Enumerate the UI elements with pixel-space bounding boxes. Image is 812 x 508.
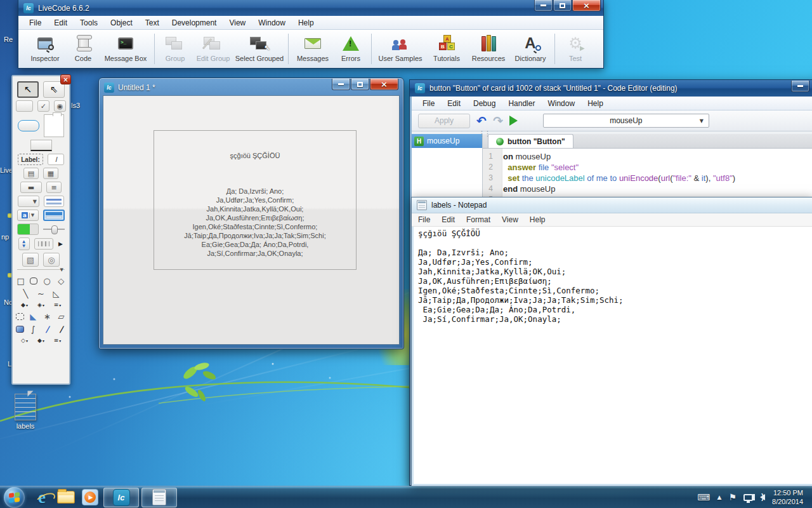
desktop-icon-label-partial[interactable]: np: [1, 233, 9, 241]
menu-item-window[interactable]: Window: [542, 98, 580, 109]
toolbar-code[interactable]: Code: [67, 32, 100, 62]
progress-bar-tool[interactable]: [17, 224, 39, 235]
undo-icon[interactable]: ↶: [476, 115, 487, 127]
desktop-icon-label-partial[interactable]: Re: [4, 36, 13, 43]
main-title-bar[interactable]: lc LiveCode 6.6.2 ×: [18, 0, 603, 16]
pencil-tool[interactable]: /: [43, 324, 52, 334]
table-field-tool[interactable]: ▦: [43, 168, 58, 179]
desktop-icon-label-partial[interactable]: ls3: [71, 102, 80, 109]
checkbox-tool[interactable]: ✓: [37, 100, 49, 112]
minimize-button[interactable]: [791, 81, 809, 92]
stroke-dropdown-tool[interactable]: ◆▾: [35, 337, 47, 344]
rect-button-tool[interactable]: [30, 140, 52, 151]
stepper-tool[interactable]: ▲▼: [18, 237, 30, 250]
minimize-button[interactable]: [332, 79, 350, 90]
network-tray-icon[interactable]: [743, 494, 753, 501]
show-hidden-icons-button[interactable]: ▲: [717, 494, 722, 500]
fill-dropdown-tool[interactable]: ◇▾: [18, 337, 30, 344]
toolbar-message-box[interactable]: Message Box: [101, 32, 150, 62]
tab-button-button[interactable]: button "Button": [488, 134, 573, 148]
menu-item-help[interactable]: Help: [582, 98, 609, 109]
handler-dropdown[interactable]: mouseUp ▼: [543, 114, 709, 128]
oval-tool[interactable]: ○: [42, 276, 51, 286]
rectangle-tool[interactable]: □: [16, 276, 25, 286]
toolbar-select-grouped[interactable]: ↖Select Grouped: [235, 32, 284, 62]
menu-item-handler[interactable]: Handler: [502, 98, 540, 109]
toolbar-dictionary[interactable]: ADictionary: [510, 32, 551, 62]
notepad-title-bar[interactable]: labels - Notepad: [412, 197, 812, 213]
tab-panel-tool[interactable]: [34, 238, 53, 250]
taskbar-notepad-active[interactable]: [141, 488, 177, 507]
graphic-tool[interactable]: ▧: [22, 253, 39, 267]
gradient-rect-tool[interactable]: [16, 326, 24, 333]
option-menu-tool[interactable]: ▼: [18, 196, 39, 207]
toolbar-group[interactable]: Group: [159, 32, 192, 62]
menu-item-file[interactable]: File: [413, 214, 435, 225]
freehand-tool[interactable]: ∫: [29, 324, 38, 334]
run-icon[interactable]: [509, 116, 518, 126]
spray-can-tool[interactable]: ∗: [43, 311, 52, 321]
ink-dropdown-tool[interactable]: ◈▾: [35, 301, 47, 309]
menu-item-object[interactable]: Object: [105, 17, 138, 29]
taskbar-internet-explorer[interactable]: e: [30, 487, 54, 508]
menu-item-view[interactable]: View: [223, 17, 251, 29]
select-area-tool[interactable]: [16, 313, 24, 320]
curve-tool[interactable]: ~: [36, 288, 46, 298]
redo-icon[interactable]: ↷: [493, 115, 503, 127]
menu-item-view[interactable]: View: [497, 214, 523, 225]
menu-item-window[interactable]: Window: [252, 17, 291, 29]
taskbar-media-player[interactable]: ▶: [78, 487, 102, 508]
taskbar-explorer[interactable]: [54, 487, 78, 508]
pulldown-menu-tool[interactable]: [44, 196, 64, 207]
start-button[interactable]: [4, 487, 25, 508]
button-tool[interactable]: [16, 100, 33, 112]
toolbar-tutorials[interactable]: ABCTutorials: [426, 32, 467, 62]
volume-tray-icon[interactable]: [760, 494, 765, 500]
action-center-flag-icon[interactable]: ⚑: [729, 492, 737, 502]
combo-box-tool[interactable]: a▼: [17, 210, 39, 221]
toolbar-messages[interactable]: Messages: [292, 32, 333, 62]
scrollbar-tool[interactable]: [43, 210, 65, 221]
radio-button-tool[interactable]: ◉: [54, 100, 66, 112]
scrollbar-field-tool[interactable]: ▬: [20, 182, 42, 193]
menu-item-format[interactable]: Format: [461, 214, 495, 225]
bucket-fill-tool[interactable]: ◣: [29, 311, 38, 321]
menu-item-tools[interactable]: Tools: [74, 17, 103, 29]
menu-item-text[interactable]: Text: [140, 17, 165, 29]
minimize-button[interactable]: [534, 0, 553, 11]
list-field-tool[interactable]: ≡: [46, 182, 62, 193]
pencil-dropdown-tool[interactable]: ◆▾: [18, 301, 30, 309]
rounded-button-tool[interactable]: [18, 120, 39, 131]
palette-close-button[interactable]: ×: [60, 74, 71, 84]
menu-item-development[interactable]: Development: [166, 17, 223, 29]
line-tool[interactable]: ╲: [20, 288, 31, 298]
close-button[interactable]: ×: [572, 0, 601, 11]
notepad-text-area[interactable]: şçğıöü ŞÇĞİÖÜ Да; Da,Izvrši; Ano; Ja,Udf…: [412, 227, 812, 326]
menu-item-file[interactable]: File: [417, 98, 440, 109]
toolbar-user-samples[interactable]: User Samples: [376, 32, 425, 62]
entry-field-tool[interactable]: I: [48, 154, 64, 165]
palette-section-divider[interactable]: [17, 269, 65, 272]
eraser-tool[interactable]: ▱: [56, 311, 66, 321]
slider-tool[interactable]: [43, 224, 65, 235]
taskbar-clock[interactable]: 12:50 PM 8/20/2014: [772, 488, 806, 506]
toolbar-inspector[interactable]: Inspector: [25, 32, 65, 62]
menu-item-edit[interactable]: Edit: [442, 98, 466, 109]
polygon-tool[interactable]: ◺: [51, 288, 62, 298]
menu-item-edit[interactable]: Edit: [48, 17, 73, 29]
close-button[interactable]: ×: [370, 79, 398, 90]
panel-splitter-handle[interactable]: ⋮⋮: [478, 130, 490, 138]
pattern-dropdown-tool[interactable]: ≡▾: [51, 337, 63, 344]
player-tool[interactable]: ◎: [43, 253, 60, 267]
toolbar-resources[interactable]: Resources: [468, 32, 509, 62]
stack-button-with-unicode-label[interactable]: şçğıöü ŞÇĞİÖÜ Да; Da,Izvrši; Ano; Ja,Udf…: [154, 130, 357, 270]
menu-item-help[interactable]: Help: [292, 17, 320, 29]
maximize-button[interactable]: [553, 0, 572, 11]
browse-tool[interactable]: ↖: [17, 81, 39, 98]
label-tool[interactable]: Label:: [18, 154, 43, 165]
code-editor-title-bar[interactable]: lc button "Button" of card id 1002 of st…: [410, 80, 812, 97]
menu-item-edit[interactable]: Edit: [436, 214, 460, 225]
scrolling-field-tool[interactable]: ▤: [23, 168, 39, 179]
brush-tool[interactable]: /: [56, 324, 66, 334]
toolbar-test[interactable]: ⚙Test: [559, 32, 592, 62]
